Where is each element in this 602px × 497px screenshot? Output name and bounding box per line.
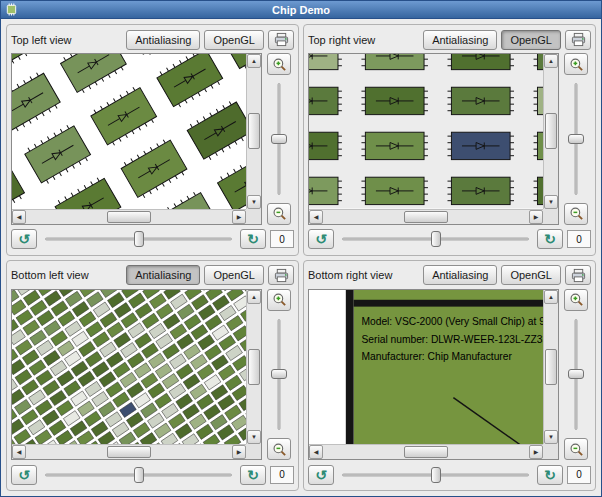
vertical-scrollbar[interactable]: ▲ ▼ [246, 290, 261, 445]
rotate-slider[interactable] [338, 229, 533, 249]
scroll-track[interactable] [247, 68, 261, 195]
graphics-view[interactable]: Model: VSC-2000 (Very Small Chip) at 9Se… [308, 289, 559, 461]
scroll-handle[interactable] [107, 211, 151, 223]
scroll-track[interactable] [323, 445, 529, 459]
rotate-left-button[interactable]: ↺ [11, 229, 37, 249]
chip-scene-canvas[interactable]: Model: VSC-2000 (Very Small Chip) at 9Se… [309, 290, 543, 445]
scroll-right-arrow[interactable]: ▶ [232, 445, 246, 459]
scroll-track[interactable] [26, 210, 232, 224]
slider-handle[interactable] [134, 467, 144, 483]
zoom-slider[interactable] [561, 315, 591, 435]
scroll-down-arrow[interactable]: ▼ [247, 430, 261, 444]
horizontal-scrollbar[interactable]: ◀ ▶ [309, 444, 543, 459]
rotate-left-button[interactable]: ↺ [11, 465, 37, 485]
scroll-left-arrow[interactable]: ◀ [309, 210, 323, 224]
zoom-slider[interactable] [264, 315, 294, 435]
rotate-right-button[interactable]: ↻ [240, 229, 266, 249]
chip-scene-canvas[interactable] [12, 290, 246, 445]
rotate-slider[interactable] [41, 465, 236, 485]
zoom-slider[interactable] [264, 79, 294, 199]
horizontal-scrollbar[interactable]: ◀ ▶ [12, 209, 246, 224]
zoom-in-button[interactable] [267, 289, 291, 311]
scroll-handle[interactable] [107, 446, 151, 458]
slider-handle[interactable] [431, 467, 441, 483]
slider-handle[interactable] [271, 134, 287, 144]
scroll-up-arrow[interactable]: ▲ [247, 54, 261, 68]
graphics-view[interactable]: ▲ ▼ ◀ ▶ [11, 289, 262, 461]
scroll-right-arrow[interactable]: ▶ [232, 210, 246, 224]
zoom-out-button[interactable] [564, 203, 588, 225]
rotate-left-button[interactable]: ↺ [308, 465, 334, 485]
scroll-handle[interactable] [545, 349, 557, 385]
scroll-track[interactable] [323, 210, 529, 224]
scroll-track[interactable] [544, 68, 558, 195]
opengl-button[interactable]: OpenGL [204, 30, 264, 50]
scroll-handle[interactable] [248, 113, 260, 149]
slider-handle[interactable] [431, 231, 441, 247]
scroll-left-arrow[interactable]: ◀ [12, 210, 26, 224]
zoom-in-button[interactable] [564, 289, 588, 311]
zoom-out-button[interactable] [564, 438, 588, 460]
print-button[interactable] [268, 265, 294, 285]
rotate-slider[interactable] [338, 465, 533, 485]
zoom-out-button[interactable] [267, 438, 291, 460]
graphics-view[interactable]: ▲ ▼ ◀ ▶ [11, 53, 262, 225]
view-top-right: Top right view Antialiasing OpenGL ▲ [303, 24, 596, 256]
scroll-left-arrow[interactable]: ◀ [309, 445, 323, 459]
scroll-right-arrow[interactable]: ▶ [529, 210, 543, 224]
opengl-button[interactable]: OpenGL [204, 265, 264, 285]
scroll-handle[interactable] [248, 349, 260, 385]
view-bottom-left: Bottom left view Antialiasing OpenGL ▲ [6, 260, 299, 492]
slider-handle[interactable] [271, 369, 287, 379]
antialiasing-button[interactable]: Antialiasing [126, 30, 200, 50]
slider-handle[interactable] [568, 134, 584, 144]
scroll-left-arrow[interactable]: ◀ [12, 445, 26, 459]
slider-handle[interactable] [568, 369, 584, 379]
rotate-left-button[interactable]: ↺ [308, 229, 334, 249]
rotate-right-button[interactable]: ↻ [240, 465, 266, 485]
scroll-handle[interactable] [404, 211, 448, 223]
rotate-slider[interactable] [41, 229, 236, 249]
rotate-left-icon: ↺ [315, 232, 327, 246]
main-content: Top left view Antialiasing OpenGL ▲ [1, 19, 601, 496]
app-window: Chip Demo Top left view Antialiasing Ope… [0, 0, 602, 497]
print-button[interactable] [565, 30, 591, 50]
vertical-scrollbar[interactable]: ▲ ▼ [543, 54, 558, 209]
print-button[interactable] [565, 265, 591, 285]
scroll-handle[interactable] [404, 446, 448, 458]
slider-handle[interactable] [134, 231, 144, 247]
horizontal-scrollbar[interactable]: ◀ ▶ [12, 444, 246, 459]
zoom-in-button[interactable] [564, 53, 588, 75]
view-title: Top right view [308, 34, 375, 46]
scroll-up-arrow[interactable]: ▲ [544, 290, 558, 304]
horizontal-scrollbar[interactable]: ◀ ▶ [309, 209, 543, 224]
titlebar[interactable]: Chip Demo [1, 1, 601, 19]
vertical-scrollbar[interactable]: ▲ ▼ [543, 290, 558, 445]
scroll-down-arrow[interactable]: ▼ [247, 195, 261, 209]
rotate-left-icon: ↺ [18, 232, 30, 246]
scroll-up-arrow[interactable]: ▲ [247, 290, 261, 304]
scroll-track[interactable] [544, 304, 558, 431]
scroll-track[interactable] [247, 304, 261, 431]
scroll-down-arrow[interactable]: ▼ [544, 430, 558, 444]
scroll-handle[interactable] [545, 113, 557, 149]
antialiasing-button[interactable]: Antialiasing [423, 265, 497, 285]
scroll-down-arrow[interactable]: ▼ [544, 195, 558, 209]
opengl-button[interactable]: OpenGL [501, 30, 561, 50]
rotate-right-button[interactable]: ↻ [537, 465, 563, 485]
scroll-right-arrow[interactable]: ▶ [529, 445, 543, 459]
antialiasing-button[interactable]: Antialiasing [126, 265, 200, 285]
chip-scene-canvas[interactable] [309, 54, 543, 209]
chip-scene-canvas[interactable] [12, 54, 246, 209]
zoom-slider[interactable] [561, 79, 591, 199]
scroll-track[interactable] [26, 445, 232, 459]
vertical-scrollbar[interactable]: ▲ ▼ [246, 54, 261, 209]
rotate-right-button[interactable]: ↻ [537, 229, 563, 249]
zoom-in-button[interactable] [267, 53, 291, 75]
scroll-up-arrow[interactable]: ▲ [544, 54, 558, 68]
opengl-button[interactable]: OpenGL [501, 265, 561, 285]
graphics-view[interactable]: ▲ ▼ ◀ ▶ [308, 53, 559, 225]
antialiasing-button[interactable]: Antialiasing [423, 30, 497, 50]
print-button[interactable] [268, 30, 294, 50]
zoom-out-button[interactable] [267, 203, 291, 225]
